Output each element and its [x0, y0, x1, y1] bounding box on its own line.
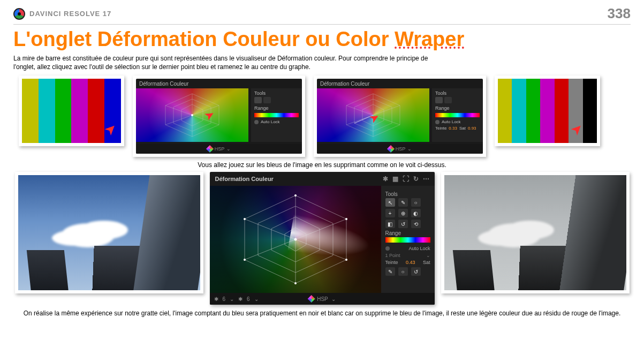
warper-sidebar: Tools Range Auto Lock	[251, 88, 302, 142]
panel-title: Déformation Couleur	[215, 176, 274, 182]
selection-tool-button[interactable]	[435, 97, 443, 103]
colorbars-before: ➤	[19, 76, 124, 146]
range-label: Range	[254, 105, 299, 111]
color-hexweb[interactable]	[136, 88, 248, 142]
range-rainbow[interactable]	[435, 113, 480, 117]
panel-title: Déformation Couleur	[317, 79, 483, 89]
hsp-label[interactable]: HSP	[396, 146, 406, 152]
hsp-dropdown[interactable]: HSP	[317, 296, 328, 302]
hsp-label[interactable]: HSP	[215, 146, 225, 152]
svg-point-27	[244, 218, 246, 220]
tool-button[interactable]: ⊕	[398, 209, 408, 217]
warper-panel-after: Déformation Couleur ➤ To	[314, 76, 486, 157]
tool-button[interactable]: ◐	[411, 209, 421, 217]
sat-label: Sat	[423, 260, 430, 265]
range-label: Range	[385, 230, 430, 236]
draw-tool-button[interactable]: ✎	[398, 198, 408, 207]
svg-point-6	[191, 114, 193, 116]
autolock-label: Auto Lock	[408, 246, 430, 251]
sat-value[interactable]: 0.93	[468, 126, 476, 131]
tool-button[interactable]: ⟲	[411, 220, 421, 228]
color-hexweb-large[interactable]	[210, 186, 381, 293]
teinte-label: Teinte	[435, 126, 446, 131]
svg-point-22	[294, 194, 297, 197]
warper-panel-before: Déformation Couleur ➤ Tool	[133, 76, 305, 157]
svg-point-23	[345, 218, 347, 220]
app-name: DAVINCI RESOLVE 17	[29, 10, 111, 18]
page-header: DAVINCI RESOLVE 17 338	[13, 5, 631, 25]
selection-tool-button[interactable]	[254, 97, 262, 103]
range-label: Range	[435, 105, 480, 111]
caption-2: On réalise la même expérience sur notre …	[13, 309, 631, 318]
color-space-icon	[307, 295, 315, 303]
sat-label: Sat	[459, 126, 466, 131]
grid1-value[interactable]: 6	[223, 296, 226, 302]
pin-tool-button[interactable]	[263, 97, 271, 103]
warper-sidebar-large: Tools ↖ ✎ ○ + ⊕ ◐ ◧ ↺ ⟲ Range A	[381, 186, 435, 293]
reset-icon[interactable]: ↻	[413, 175, 419, 183]
svg-point-21	[294, 238, 297, 241]
teinte-value[interactable]: 0.33	[449, 126, 457, 131]
color-space-icon	[206, 145, 214, 153]
intro-paragraph: La mire de barre est constituée de coule…	[13, 54, 431, 71]
grid-icon[interactable]: ▦	[392, 175, 398, 183]
expand-icon[interactable]: ⛶	[403, 175, 409, 183]
grid-icon[interactable]: ✱	[238, 296, 243, 302]
svg-point-25	[294, 282, 297, 284]
tools-label: Tools	[254, 90, 299, 96]
panel-title: Déformation Couleur	[136, 79, 302, 89]
range-rainbow[interactable]	[254, 113, 299, 117]
svg-line-13	[354, 115, 373, 123]
selection-tool-button[interactable]: ↖	[385, 198, 395, 207]
warper-panel-large: Déformation Couleur ✱ ▦ ⛶ ↻ ⋯	[210, 172, 435, 305]
eyedropper-button[interactable]: ✎	[385, 267, 395, 276]
more-icon[interactable]: ⋯	[423, 175, 429, 183]
title-text: L'onglet Déformation Couleur ou Color	[13, 28, 395, 50]
tool-button[interactable]: +	[385, 209, 395, 217]
tool-button[interactable]: ◧	[385, 220, 395, 228]
tool-button[interactable]: ↺	[398, 220, 408, 228]
autolock-toggle[interactable]: Auto Lock	[261, 119, 280, 124]
page-number: 338	[608, 5, 631, 22]
davinci-logo-icon	[13, 8, 25, 20]
skyscraper-before	[15, 172, 203, 293]
reset-point-button[interactable]: ↺	[411, 267, 421, 276]
page-title: L'onglet Déformation Couleur ou Color Wr…	[13, 28, 631, 51]
svg-point-26	[244, 259, 246, 261]
grid-icon[interactable]: ✱	[214, 296, 218, 302]
skyscraper-after	[441, 172, 630, 293]
autolock-radio[interactable]	[385, 246, 390, 251]
teinte-label: Teinte	[385, 260, 398, 265]
settings-icon[interactable]: ✱	[383, 175, 388, 183]
grid2-value[interactable]: 6	[247, 296, 250, 302]
tools-label: Tools	[385, 191, 430, 197]
one-point-dropdown[interactable]: 1 Point	[385, 253, 400, 258]
colorbars-after: ➤	[495, 76, 600, 146]
pin-tool-button[interactable]: ○	[411, 198, 421, 207]
autolock-toggle[interactable]: Auto Lock	[442, 119, 461, 124]
title-underlined: Wraper	[395, 28, 464, 50]
tools-label: Tools	[435, 90, 480, 96]
color-hexweb[interactable]	[317, 88, 429, 142]
color-space-icon	[387, 145, 395, 153]
pin-tool-button[interactable]	[444, 97, 452, 103]
svg-point-24	[345, 259, 347, 261]
range-rainbow[interactable]	[385, 237, 430, 243]
caption-1: Vous allez jouez sur les bleus de l'imag…	[13, 161, 631, 169]
warper-sidebar: Tools Range Auto Lock Teinte0.33Sat0.93	[432, 88, 483, 142]
color-button[interactable]: ○	[398, 267, 408, 276]
teinte-value[interactable]: 0.43	[406, 260, 415, 265]
